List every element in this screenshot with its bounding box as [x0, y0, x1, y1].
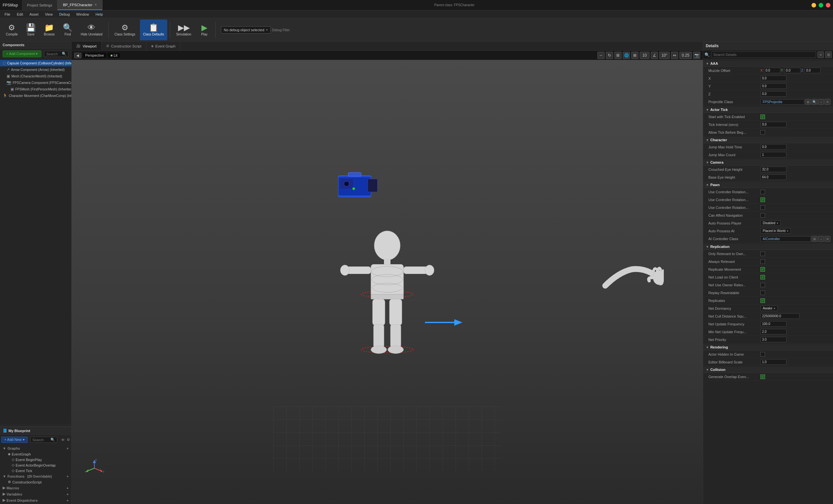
only-relevant-cb[interactable] — [760, 251, 765, 256]
ai-browse-btn[interactable]: ⊞ — [811, 236, 817, 242]
component-item-2[interactable]: ▣ Mesh (CharacterMesh0) (Inherited) — [0, 73, 71, 79]
add-new-btn[interactable]: + Add New ▾ — [1, 437, 28, 443]
vp-grid-btn[interactable]: ⊞ — [631, 52, 638, 59]
component-item-5[interactable]: 🏃 Character Movement (CharMoveComp) (Inh… — [0, 92, 71, 99]
add-component-btn[interactable]: + Add Component ▾ — [3, 50, 41, 57]
bp-event-beginplay[interactable]: ◇ Event BeginPlay — [0, 457, 71, 462]
graphs-add-btn[interactable]: + — [67, 447, 69, 450]
menu-asset[interactable]: Asset — [26, 10, 42, 18]
base-eye-field[interactable] — [760, 174, 786, 180]
bp-section-functions[interactable]: ▼ Functions (29 Overridable) + — [0, 474, 71, 479]
tab-viewport[interactable]: 🎥 Viewport — [72, 42, 101, 50]
collision-header[interactable]: ▼ Collision — [703, 367, 833, 373]
component-item-1[interactable]: ↗ Arrow Component (Arrow) (Inherited) — [0, 66, 71, 73]
bp-section-dispatchers[interactable]: ▶ Event Dispatchers + — [0, 497, 71, 503]
bp-constructionscript[interactable]: ⚙ ConstructionScript — [0, 479, 71, 485]
allow-tick-checkbox[interactable] — [760, 130, 765, 135]
pawn-header[interactable]: ▼ Pawn — [703, 182, 833, 188]
components-search-input[interactable] — [46, 52, 62, 56]
muzzle-y[interactable] — [784, 68, 801, 73]
bp-section-graphs[interactable]: ▼ Graphs + — [0, 446, 71, 451]
bp-search-input[interactable] — [32, 438, 50, 442]
replicate-movement-cb[interactable]: ✓ — [760, 267, 765, 272]
actor-tick-header[interactable]: ▼ Actor Tick — [703, 107, 833, 113]
vp-translate-btn[interactable]: ↔ — [597, 52, 604, 59]
start-tick-checkbox[interactable]: ✓ — [760, 115, 765, 119]
class-defaults-btn[interactable]: 📋 Class Defaults — [140, 20, 167, 40]
component-item-4[interactable]: ▣ FPSMesh (FirstPersonMesh) (Inherited) — [0, 86, 71, 92]
auto-possess-dropdown[interactable]: Disabled ▾ — [760, 220, 781, 226]
ctrl-rot-2-cb[interactable]: ✓ — [760, 197, 765, 202]
net-owner-cb[interactable] — [760, 283, 765, 287]
z-field[interactable] — [760, 91, 786, 97]
component-item-3[interactable]: 📷 FPSCamera Component (FPSCameraComponen… — [0, 79, 71, 86]
projectile-search-btn[interactable]: 🔍 — [811, 99, 817, 105]
vp-world-btn[interactable]: 🌐 — [623, 52, 630, 59]
menu-debug[interactable]: Debug — [56, 10, 73, 18]
net-dormancy-dropdown[interactable]: Awake ▾ — [760, 306, 778, 311]
y-field[interactable] — [760, 83, 786, 89]
vp-scale-btn[interactable]: ⊞ — [614, 52, 621, 59]
replicates-cb[interactable]: ✓ — [760, 298, 765, 303]
character-header[interactable]: ▼ Character — [703, 137, 833, 143]
always-relevant-cb[interactable] — [760, 259, 765, 264]
min-net-field[interactable] — [760, 329, 786, 335]
crouch-eye-field[interactable] — [760, 167, 786, 172]
bp-section-variables[interactable]: ▶ Variables + — [0, 491, 71, 497]
bp-settings-icon[interactable]: ⚙ — [67, 438, 70, 442]
browse-btn[interactable]: 📁 Browse — [41, 20, 58, 40]
compile-btn[interactable]: ⚙ Compile — [3, 20, 21, 40]
tab-bp-fpscharacter[interactable]: BP_FPSCharacter ✕ — [57, 0, 102, 10]
vp-lit-btn[interactable]: ■ Lit — [108, 53, 120, 58]
replication-header[interactable]: ▼ Replication — [703, 244, 833, 250]
projectile-arrow-btn[interactable]: → — [818, 99, 824, 105]
bp-event-tick[interactable]: ◇ Event Tick — [0, 468, 71, 474]
vp-cam-icon[interactable]: 📷 — [693, 52, 700, 59]
net-priority-field[interactable] — [760, 337, 786, 342]
details-search-input[interactable] — [711, 51, 816, 58]
dispatchers-add-btn[interactable]: + — [67, 499, 69, 502]
macros-add-btn[interactable]: + — [67, 486, 69, 490]
tab-project-settings[interactable]: Project Settings — [22, 0, 57, 10]
net-cull-field[interactable] — [760, 313, 800, 319]
bp-event-actoroverlap[interactable]: ◇ Event ActorBeginOverlap — [0, 462, 71, 468]
details-icon-1[interactable]: ≡ — [817, 51, 824, 58]
functions-add-btn[interactable]: + — [67, 474, 69, 478]
ctrl-rot-3-cb[interactable] — [760, 205, 765, 210]
net-load-cb[interactable]: ✓ — [760, 275, 765, 280]
replay-cb[interactable] — [760, 291, 765, 295]
save-btn[interactable]: 💾 Save — [22, 20, 39, 40]
net-update-field[interactable] — [760, 321, 786, 327]
ai-search-btn[interactable]: → — [818, 236, 824, 242]
bp-eventgraph[interactable]: ◈ EventGraph — [0, 451, 71, 457]
rendering-header[interactable]: ▼ Rendering — [703, 344, 833, 351]
bp-section-macros[interactable]: ▶ Macros + — [0, 485, 71, 491]
actor-hidden-cb[interactable] — [760, 352, 765, 357]
vp-perspective-btn[interactable]: Perspective — [82, 53, 106, 58]
muzzle-x[interactable] — [764, 68, 780, 73]
close-btn[interactable] — [826, 3, 830, 7]
find-btn[interactable]: 🔍 Find — [59, 20, 76, 40]
jump-count-field[interactable] — [760, 152, 786, 158]
tab-event-graph[interactable]: ◈ Event Graph — [146, 42, 181, 50]
menu-view[interactable]: View — [42, 10, 56, 18]
tab-construction-script[interactable]: ⚙ Construction Script — [101, 42, 146, 50]
bp-eye-icon[interactable]: 👁 — [61, 438, 65, 442]
menu-edit[interactable]: Edit — [14, 10, 26, 18]
vp-toggle-btn[interactable]: ◀ — [74, 53, 81, 58]
menu-help[interactable]: Help — [92, 10, 106, 18]
muzzle-z[interactable] — [804, 68, 820, 73]
menu-file[interactable]: File — [1, 10, 14, 18]
simulation-btn[interactable]: ▶▶ Simulation — [173, 20, 195, 40]
ai-clear-btn[interactable]: ✕ — [825, 236, 830, 242]
vp-rotate-btn[interactable]: ↻ — [606, 52, 613, 59]
play-btn[interactable]: ▶ Play — [196, 20, 213, 40]
vp-num2[interactable]: 10° — [659, 52, 670, 59]
minimize-btn[interactable] — [811, 3, 816, 7]
debug-filter[interactable]: No debug object selected ▾ — [221, 26, 271, 33]
vp-num1[interactable]: 10 — [640, 52, 649, 59]
vp-num3[interactable]: 0.25 — [680, 52, 692, 59]
jump-hold-field[interactable] — [760, 144, 786, 150]
camera-header[interactable]: ▼ Camera — [703, 160, 833, 166]
billboard-scale-field[interactable] — [760, 359, 786, 365]
